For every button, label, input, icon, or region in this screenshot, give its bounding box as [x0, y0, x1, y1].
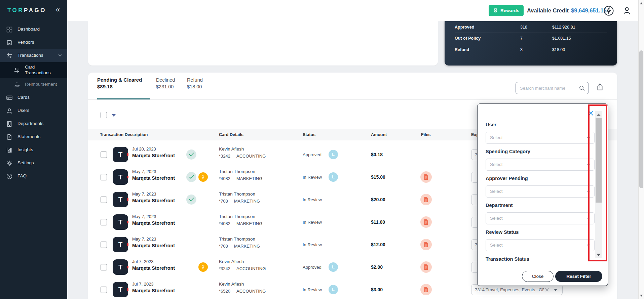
- sidebar-item-faq[interactable]: FAQ: [0, 170, 67, 183]
- logo-text-secondary: PAGO: [24, 7, 46, 13]
- close-icon[interactable]: [588, 111, 594, 116]
- filter-field-select[interactable]: Select: [486, 212, 595, 224]
- sidebar-item-statements[interactable]: Statements: [0, 130, 67, 143]
- amount-value: $15.00: [371, 174, 385, 180]
- chevron-down-icon: [587, 137, 590, 139]
- scroll-up-icon[interactable]: [597, 114, 601, 116]
- status-text: Approved: [303, 265, 321, 270]
- filter-fields: User Select Spending Category Select App…: [486, 122, 595, 283]
- panel-scrollbar-thumb[interactable]: [596, 118, 602, 203]
- rewards-button[interactable]: Rewards: [489, 5, 524, 16]
- tab-refund[interactable]: Refund $18.00: [187, 77, 203, 90]
- card-number: *708: [219, 244, 228, 249]
- select-all-checkbox[interactable]: [101, 112, 107, 118]
- filter-field-label: Department: [486, 203, 595, 209]
- amount-value: $12.00: [371, 242, 385, 247]
- sidebar-item-departments[interactable]: Departments: [0, 117, 67, 130]
- card-number: *6520: [219, 289, 230, 294]
- card-number: *4082: [219, 221, 230, 226]
- filter-field-select[interactable]: Select: [486, 159, 595, 171]
- main-content: Approved 318 $112,928.81 Out of Policy 7…: [67, 21, 644, 299]
- users-icon: [6, 108, 13, 114]
- filter-field-label: Transaction Status: [486, 256, 595, 263]
- export-button[interactable]: [595, 83, 605, 92]
- flash-icon[interactable]: [603, 5, 615, 17]
- chevron-down-icon: [58, 54, 62, 57]
- merchant-name: Marqeta Storefront: [132, 220, 175, 226]
- cards-icon: [6, 94, 13, 101]
- chart-card: [88, 21, 438, 66]
- sidebar-item-vendors[interactable]: Vendors: [0, 36, 67, 49]
- logo-text-primary: TOR: [7, 7, 24, 13]
- receipt-file-icon[interactable]: [420, 261, 432, 273]
- summary-row: Refund 3 $18.00: [455, 44, 607, 55]
- merchant-avatar: T: [113, 282, 128, 297]
- panel-scrollbar[interactable]: [595, 111, 602, 258]
- sidebar-item-settings[interactable]: Settings: [0, 157, 67, 170]
- department-label: MARKETING: [236, 176, 262, 181]
- receipt-file-icon[interactable]: [420, 171, 432, 183]
- chevron-down-icon: [554, 289, 557, 291]
- amount-value: $20.00: [371, 197, 385, 202]
- sidebar-collapse-icon[interactable]: «: [56, 5, 60, 14]
- receipt-file-icon[interactable]: [420, 216, 432, 228]
- remove-tag-icon[interactable]: [545, 287, 549, 293]
- amount-value: $3.00: [371, 287, 383, 292]
- filter-field-label: Review Status: [486, 229, 595, 236]
- expense-category-value: 7314 Travel, Expenses, Events : GR...: [475, 287, 544, 292]
- sidebar-item-transactions[interactable]: Transactions: [0, 49, 67, 62]
- approved-check-icon: [186, 195, 196, 205]
- row-checkbox[interactable]: [101, 197, 107, 203]
- scroll-up-icon[interactable]: [640, 2, 643, 4]
- receipt-file-icon[interactable]: [420, 194, 432, 205]
- search-icon[interactable]: [579, 85, 585, 93]
- card-transactions-icon: [13, 67, 20, 74]
- sidebar-item-card-transactions[interactable]: Card Transactions: [0, 62, 67, 78]
- filter-field-select[interactable]: Select: [486, 132, 595, 144]
- tab-declined[interactable]: Declined $231.00: [156, 77, 176, 90]
- search-input[interactable]: [520, 82, 576, 94]
- row-checkbox[interactable]: [101, 242, 107, 248]
- filter-field-select[interactable]: Select: [486, 185, 595, 198]
- receipt-file-icon[interactable]: [420, 239, 432, 250]
- transaction-tabs: Pending & Cleared $89.18 Declined $231.0…: [97, 77, 203, 90]
- approved-check-icon: [186, 172, 196, 182]
- filter-field-select[interactable]: Select: [486, 239, 595, 251]
- merchant-name: Marqeta Storefront: [132, 198, 175, 203]
- sidebar-item-users[interactable]: Users: [0, 104, 67, 117]
- profile-icon[interactable]: [621, 5, 633, 17]
- merchant-name: Marqeta Storefront: [132, 288, 175, 293]
- row-checkbox[interactable]: [101, 152, 107, 158]
- search-box: [516, 82, 589, 94]
- transaction-date: Jul 20, 2023: [132, 146, 175, 152]
- sidebar-item-insights[interactable]: Insights: [0, 143, 67, 157]
- close-button[interactable]: Close: [522, 271, 554, 282]
- status-badge: L: [329, 285, 338, 294]
- sidebar-item-cards[interactable]: Cards: [0, 91, 67, 104]
- sidebar-item-dashboard[interactable]: Dashboard: [0, 23, 67, 36]
- status-badge: L: [329, 262, 338, 272]
- tab-pending-cleared[interactable]: Pending & Cleared $89.18: [97, 77, 150, 90]
- row-checkbox[interactable]: [101, 174, 107, 180]
- row-checkbox[interactable]: [101, 287, 107, 293]
- amount-value: $11.00: [371, 219, 385, 225]
- window-scrollbar-thumb[interactable]: [639, 50, 643, 188]
- settings-icon: [6, 160, 13, 167]
- scroll-down-icon[interactable]: [597, 254, 601, 256]
- row-checkbox[interactable]: [101, 219, 107, 225]
- row-checkbox[interactable]: [101, 264, 107, 270]
- department-label: ACCOUNTING: [236, 289, 266, 294]
- amount-value: $0.18: [371, 152, 383, 157]
- card-number: *3242: [219, 266, 230, 271]
- select-all-caret-icon[interactable]: [112, 114, 116, 117]
- scroll-down-icon[interactable]: [640, 295, 643, 297]
- card-number: *3242: [219, 154, 230, 159]
- dashboard-icon: [6, 26, 13, 33]
- window-scrollbar[interactable]: [638, 0, 644, 299]
- sidebar-item-reimbursement[interactable]: Reimbursement: [0, 78, 67, 91]
- transaction-date: Jul 7, 2023: [132, 259, 175, 264]
- card-number: *4082: [219, 176, 230, 181]
- receipt-file-icon[interactable]: [420, 284, 432, 295]
- reset-filter-button[interactable]: Reset Filter: [555, 271, 602, 282]
- filter-field-approver-pending: Approver Pending Select: [486, 176, 595, 203]
